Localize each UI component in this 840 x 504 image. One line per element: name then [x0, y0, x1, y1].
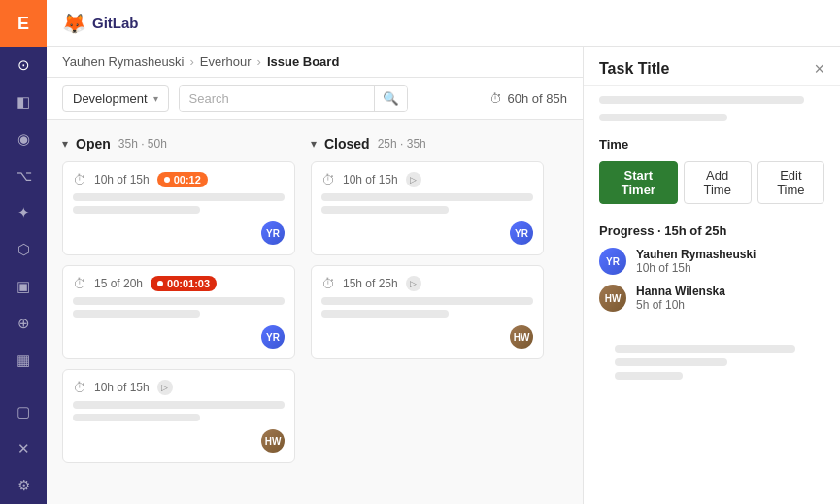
- progress-user-1: YR Yauhen Rymasheuski 10h of 15h: [599, 248, 824, 275]
- sidebar-icon-close[interactable]: ✕: [0, 430, 47, 467]
- card-clock-icon: ⏱: [321, 276, 335, 291]
- timer-value: 00:12: [174, 174, 201, 185]
- sidebar-icon-home[interactable]: ⊙: [0, 47, 47, 84]
- search-box: 🔍: [179, 85, 408, 112]
- card-time-text: 15 of 20h: [94, 277, 143, 290]
- avatar: HW: [510, 325, 533, 349]
- time-buttons: Start Timer Add Time Edit Time: [599, 161, 824, 204]
- sidebar-icon-rocket[interactable]: ✦: [0, 194, 47, 231]
- fox-icon: 🦊: [62, 12, 86, 35]
- card-avatar-row: YR: [321, 221, 533, 245]
- card-time-row: ⏱ 10h of 15h 00:12: [73, 172, 285, 187]
- column-open-cards: ⏱ 10h of 15h 00:12: [62, 161, 295, 463]
- panel-placeholder-3: [615, 345, 795, 353]
- column-closed-time: 25h · 35h: [378, 137, 426, 151]
- breadcrumb: Yauhen Rymasheuski › Everhour › Issue Bo…: [47, 47, 583, 78]
- time-info-text: 60h of 85h: [508, 91, 567, 106]
- timer-badge-red: 00:01:03: [151, 276, 217, 291]
- sidebar-icon-gear[interactable]: ⚙: [0, 467, 47, 504]
- card-line-1: [73, 401, 285, 409]
- gitlab-logo[interactable]: E: [0, 0, 47, 47]
- column-closed: ▾ Closed 25h · 35h ⏱ 10h of 15h ▷: [311, 136, 544, 488]
- board-scroll: ▾ Open 35h · 50h ⏱ 10h of 15h: [47, 120, 583, 504]
- card-line-1: [73, 297, 285, 305]
- breadcrumb-project[interactable]: Everhour: [200, 54, 252, 69]
- sidebar-icon-code[interactable]: ◧: [0, 84, 47, 120]
- column-open-title: Open: [76, 136, 111, 151]
- panel-placeholder-4: [615, 358, 727, 366]
- sidebar-icon-package[interactable]: ▢: [0, 393, 47, 430]
- card-time-row: ⏱ 10h of 15h ▷: [321, 172, 533, 187]
- avatar-initials: YR: [266, 332, 280, 343]
- card-time-row: ⏱ 10h of 15h ▷: [73, 380, 285, 395]
- column-open-time: 35h · 50h: [118, 137, 167, 151]
- time-section: Time Start Timer Add Time Edit Time: [584, 125, 840, 216]
- card-clock-icon: ⏱: [73, 276, 86, 291]
- play-icon[interactable]: ▷: [406, 172, 421, 187]
- card-line-2: [73, 206, 200, 214]
- card-open-2[interactable]: ⏱ 15 of 20h 00:01:03: [62, 265, 295, 359]
- progress-header: Progress · 15h of 25h: [599, 223, 824, 238]
- breadcrumb-sep1: ›: [190, 54, 194, 69]
- avatar-initials: YR: [515, 228, 528, 239]
- panel-close-button[interactable]: ×: [814, 60, 824, 78]
- timer-badge-orange: 00:12: [157, 172, 208, 187]
- toolbar: Development ▾ 🔍 ⏱ 60h of 85h: [47, 78, 583, 120]
- column-chevron-closed[interactable]: ▾: [311, 137, 317, 151]
- card-avatar-row: YR: [73, 221, 285, 245]
- card-line-1: [321, 297, 533, 305]
- progress-user-2: HW Hanna Wilenska 5h of 10h: [599, 285, 824, 312]
- card-closed-2[interactable]: ⏱ 15h of 25h ▷ HW: [311, 265, 544, 359]
- time-info: ⏱ 60h of 85h: [489, 91, 567, 106]
- panel-header: Task Title ×: [584, 47, 840, 86]
- sidebar-icon-shield[interactable]: ⬡: [0, 231, 47, 268]
- main-area: 🦊 GitLab Yauhen Rymasheuski › Everhour ›…: [47, 0, 840, 504]
- panel-bottom-placeholders: [584, 333, 840, 391]
- play-icon[interactable]: ▷: [406, 276, 421, 291]
- topbar: 🦊 GitLab: [47, 0, 840, 47]
- add-time-button[interactable]: Add Time: [684, 161, 752, 204]
- column-chevron-open[interactable]: ▾: [62, 137, 68, 151]
- timer-value: 00:01:03: [167, 278, 210, 289]
- card-avatar-row: HW: [321, 325, 533, 349]
- card-avatar-row: YR: [73, 325, 285, 349]
- search-input[interactable]: [180, 86, 374, 111]
- progress-time-1: 10h of 15h: [636, 261, 824, 275]
- column-open-header: ▾ Open 35h · 50h: [62, 136, 295, 151]
- sidebar: E ⊙ ◧ ◉ ⌥ ✦ ⬡ ▣ ⊕ ▦ ▢ ✕ ⚙: [0, 0, 47, 504]
- sidebar-icon-settings[interactable]: ⊕: [0, 305, 47, 342]
- sidebar-icon-chart[interactable]: ▦: [0, 342, 47, 379]
- card-time-text: 10h of 15h: [343, 173, 398, 186]
- gitlab-wordmark: 🦊 GitLab: [62, 12, 139, 35]
- progress-avatar-1: YR: [599, 248, 626, 275]
- dropdown-label: Development: [73, 91, 148, 106]
- card-open-1[interactable]: ⏱ 10h of 15h 00:12: [62, 161, 295, 255]
- panel-title: Task Title: [599, 60, 669, 78]
- card-line-1: [73, 193, 285, 201]
- progress-section: Progress · 15h of 25h YR Yauhen Rymasheu…: [584, 216, 840, 333]
- breadcrumb-sep2: ›: [257, 54, 261, 69]
- avatar: YR: [510, 221, 533, 245]
- avatar: HW: [261, 429, 285, 453]
- edit-time-button[interactable]: Edit Time: [757, 161, 824, 204]
- development-dropdown[interactable]: Development ▾: [62, 85, 169, 112]
- avatar: YR: [261, 221, 285, 245]
- play-icon[interactable]: ▷: [157, 380, 173, 395]
- panel-placeholder-1: [599, 96, 804, 104]
- progress-name-2: Hanna Wilenska: [636, 285, 824, 298]
- breadcrumb-user[interactable]: Yauhen Rymasheuski: [62, 54, 185, 69]
- column-open: ▾ Open 35h · 50h ⏱ 10h of 15h: [62, 136, 295, 488]
- panel-placeholder-5: [615, 372, 683, 380]
- sidebar-icon-merge[interactable]: ⌥: [0, 157, 47, 194]
- card-closed-1[interactable]: ⏱ 10h of 15h ▷ YR: [311, 161, 544, 255]
- search-button[interactable]: 🔍: [374, 86, 407, 111]
- progress-name-1: Yauhen Rymasheuski: [636, 248, 824, 261]
- column-closed-header: ▾ Closed 25h · 35h: [311, 136, 544, 151]
- sidebar-icon-monitor[interactable]: ▣: [0, 268, 47, 305]
- card-open-3[interactable]: ⏱ 10h of 15h ▷ HW: [62, 369, 295, 463]
- column-closed-title: Closed: [324, 136, 370, 151]
- start-timer-button[interactable]: Start Timer: [599, 161, 678, 204]
- progress-info-1: Yauhen Rymasheuski 10h of 15h: [636, 248, 824, 275]
- sidebar-icon-issues[interactable]: ◉: [0, 120, 47, 157]
- chevron-down-icon: ▾: [153, 93, 158, 104]
